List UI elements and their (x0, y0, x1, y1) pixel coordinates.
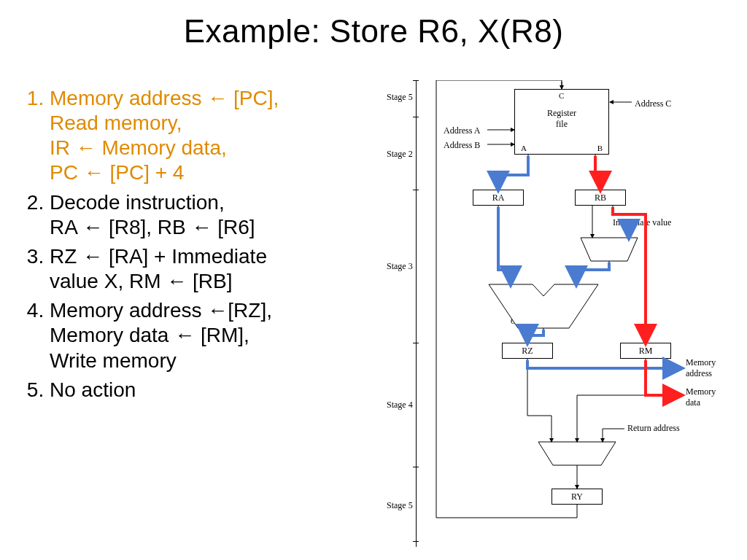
ry-register: RY (551, 489, 603, 505)
port-c: C (559, 91, 564, 100)
stage-label-4: Stage 4 (387, 400, 413, 411)
rb-register: RB (575, 190, 626, 206)
step-item: Decode instruction,RA ← [R8], RB ← [R6] (50, 190, 387, 240)
muxb-0: 0 (588, 239, 592, 248)
ra-register: RA (473, 190, 524, 206)
step-item: No action (50, 378, 387, 402)
muxy-1: 1 (573, 443, 578, 452)
rb-label: RB (576, 192, 625, 203)
alu-label: ALU (511, 303, 527, 312)
alu-inB: InB (563, 286, 576, 295)
rz-label: RZ (503, 346, 552, 357)
slide-title: Example: Store R6, X(R8) (0, 13, 747, 50)
mem-addr-label: Memory address (686, 357, 716, 379)
stage-label-5a: Stage 5 (387, 92, 413, 103)
step-item: Memory address ←[RZ],Memory data ← [RM],… (50, 298, 387, 373)
step-item: Memory address ← [PC],Read memory,IR ← M… (50, 86, 387, 186)
rm-register: RM (620, 343, 671, 359)
muxb-1: 1 (624, 239, 629, 248)
alu-out: Out (511, 316, 523, 325)
ra-label: RA (473, 192, 523, 203)
steps-list-container: Memory address ← [PC],Read memory,IR ← M… (22, 86, 387, 407)
stage-label-5b: Stage 5 (387, 500, 413, 511)
step-item: RZ ← [RA] + Immediatevalue X, RM ← [RB] (50, 244, 387, 294)
rm-label: RM (621, 346, 670, 357)
muxy-2: 2 (600, 443, 604, 452)
muxy-label: MuxY (565, 454, 586, 462)
port-a: A (521, 144, 527, 152)
mem-data-label: Memory data (686, 386, 716, 408)
ry-label: RY (552, 491, 602, 502)
register-file: C Register file A B (514, 89, 609, 155)
addr-b-label: Address B (444, 140, 480, 151)
muxb-label: MuxB (598, 249, 619, 258)
muxy-0: 0 (547, 443, 551, 452)
immediate-value-label: Immediate value (613, 217, 678, 228)
register-file-label: Register file (515, 108, 608, 130)
alu-inA: InA (503, 286, 516, 295)
stage-label-2: Stage 2 (387, 149, 413, 160)
port-b: B (597, 144, 603, 152)
datapath-diagram: Stage 5 Stage 2 Stage 3 Stage 4 Stage 5 … (394, 80, 729, 547)
return-addr-label: Return address (627, 423, 680, 434)
addr-c-label: Address C (635, 98, 671, 109)
addr-a-label: Address A (444, 125, 480, 136)
stage-label-3: Stage 3 (387, 261, 413, 272)
rz-register: RZ (502, 343, 553, 359)
